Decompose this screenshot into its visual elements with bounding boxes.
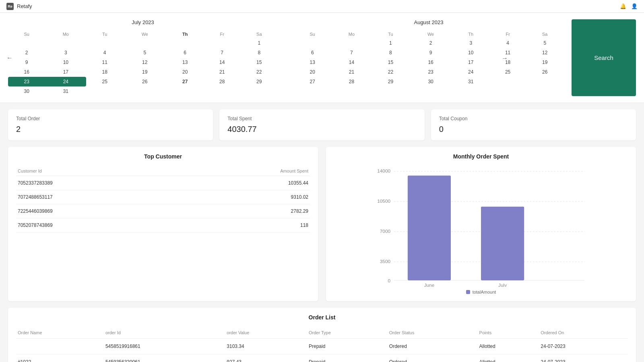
aug-day[interactable]: 7: [331, 48, 372, 58]
order-id: 5458519916861: [104, 339, 225, 354]
july-day[interactable]: [86, 38, 123, 48]
order-table: Order Name order Id order Value Order Ty…: [16, 327, 628, 362]
aug-day[interactable]: [331, 38, 372, 48]
aug-day[interactable]: 19: [526, 58, 564, 67]
aug-day[interactable]: 14: [331, 58, 372, 67]
bell-icon[interactable]: 🔔: [620, 3, 626, 9]
july-day[interactable]: 28: [204, 77, 241, 86]
july-day[interactable]: [123, 86, 166, 96]
july-day[interactable]: 29: [241, 77, 278, 86]
aug-day[interactable]: 20: [294, 67, 331, 77]
svg-text:0: 0: [388, 278, 390, 283]
chart-container: 14000 10500 7000 3500 0: [334, 166, 628, 295]
july-day[interactable]: [167, 86, 204, 96]
july-day[interactable]: 11: [86, 58, 123, 67]
titlebar: Re Retafy 🔔 👤: [0, 0, 644, 13]
aug-header-sa: Sa: [526, 30, 564, 38]
aug-day[interactable]: 2: [409, 38, 452, 48]
customer-row: 7052337283389 10355.44: [16, 176, 310, 190]
july-day[interactable]: 1: [241, 38, 278, 48]
svg-text:14000: 14000: [377, 168, 390, 173]
aug-day[interactable]: 13: [294, 58, 331, 67]
july-day[interactable]: 31: [45, 86, 86, 96]
july-day[interactable]: 6: [167, 48, 204, 58]
july-day[interactable]: 19: [123, 67, 166, 77]
july-day[interactable]: 3: [45, 48, 86, 58]
aug-day[interactable]: 25: [489, 67, 526, 77]
july-day[interactable]: [167, 38, 204, 48]
july-day[interactable]: [8, 38, 45, 48]
aug-day[interactable]: 15: [372, 58, 409, 67]
july-day[interactable]: 8: [241, 48, 278, 58]
aug-day[interactable]: 9: [409, 48, 452, 58]
aug-day[interactable]: 4: [489, 38, 526, 48]
customer-table: Customer Id Amount Spent 7052337283389 1…: [16, 166, 310, 232]
july-day[interactable]: 15: [241, 58, 278, 67]
aug-day[interactable]: 22: [372, 67, 409, 77]
aug-day[interactable]: 28: [331, 77, 372, 86]
stats-row: Total Order 2 Total Spent 4030.77 Total …: [0, 103, 644, 147]
july-day[interactable]: 13: [167, 58, 204, 67]
total-spent-label: Total Spent: [227, 116, 416, 121]
july-day[interactable]: [123, 38, 166, 48]
aug-day[interactable]: 6: [294, 48, 331, 58]
july-day[interactable]: 7: [204, 48, 241, 58]
avatar-icon[interactable]: 👤: [631, 3, 638, 9]
chart-section: Monthly Order Spent 14000 10500 7000 350…: [326, 147, 636, 301]
july-day[interactable]: [204, 86, 241, 96]
aug-day[interactable]: 21: [331, 67, 372, 77]
prev-month-button[interactable]: ←: [3, 53, 16, 63]
aug-day[interactable]: 30: [409, 77, 452, 86]
july-day-selected-start[interactable]: 23: [8, 77, 45, 86]
aug-day[interactable]: 10: [452, 48, 489, 58]
july-day[interactable]: 18: [86, 67, 123, 77]
july-day-selected-end[interactable]: 24: [45, 77, 86, 86]
july-day[interactable]: 27: [167, 77, 204, 86]
aug-header-th: Th: [452, 30, 489, 38]
aug-day[interactable]: 17: [452, 58, 489, 67]
july-day[interactable]: 10: [45, 58, 86, 67]
aug-day[interactable]: 1: [372, 38, 409, 48]
aug-day[interactable]: 26: [526, 67, 564, 77]
chart-title: Monthly Order Spent: [334, 153, 628, 160]
search-panel[interactable]: Search: [572, 19, 636, 96]
aug-day[interactable]: [294, 38, 331, 48]
aug-day[interactable]: 31: [452, 77, 489, 86]
customer-amount: 118: [178, 218, 310, 232]
july-day[interactable]: 22: [241, 67, 278, 77]
aug-day[interactable]: 8: [372, 48, 409, 58]
july-day[interactable]: [204, 38, 241, 48]
july-title: July 2023: [8, 19, 278, 25]
july-day[interactable]: 21: [204, 67, 241, 77]
july-day[interactable]: 25: [86, 77, 123, 86]
svg-text:7000: 7000: [380, 228, 391, 234]
july-day[interactable]: 12: [123, 58, 166, 67]
july-day[interactable]: [241, 86, 278, 96]
july-day[interactable]: 20: [167, 67, 204, 77]
order-ordered-on: 24-07-2023: [539, 354, 628, 362]
order-name: [16, 339, 104, 354]
aug-day[interactable]: 23: [409, 67, 452, 77]
customer-row: 7052078743869 118: [16, 218, 310, 232]
july-day[interactable]: 4: [86, 48, 123, 58]
aug-day[interactable]: 27: [294, 77, 331, 86]
next-month-button[interactable]: →: [498, 53, 511, 64]
july-day[interactable]: 30: [8, 86, 45, 96]
july-day[interactable]: 5: [123, 48, 166, 58]
aug-day[interactable]: 3: [452, 38, 489, 48]
aug-day[interactable]: 5: [526, 38, 564, 48]
aug-day[interactable]: [489, 77, 526, 86]
customer-row: 7225446039869 2782.29: [16, 204, 310, 218]
july-day[interactable]: [86, 86, 123, 96]
july-day[interactable]: 14: [204, 58, 241, 67]
aug-day[interactable]: 24: [452, 67, 489, 77]
aug-day[interactable]: 16: [409, 58, 452, 67]
aug-day[interactable]: [526, 77, 564, 86]
order-col-value: order Value: [225, 327, 307, 339]
aug-day[interactable]: 12: [526, 48, 564, 58]
july-day[interactable]: 16: [8, 67, 45, 77]
july-day[interactable]: [45, 38, 86, 48]
july-day[interactable]: 26: [123, 77, 166, 86]
july-day[interactable]: 17: [45, 67, 86, 77]
aug-day[interactable]: 29: [372, 77, 409, 86]
